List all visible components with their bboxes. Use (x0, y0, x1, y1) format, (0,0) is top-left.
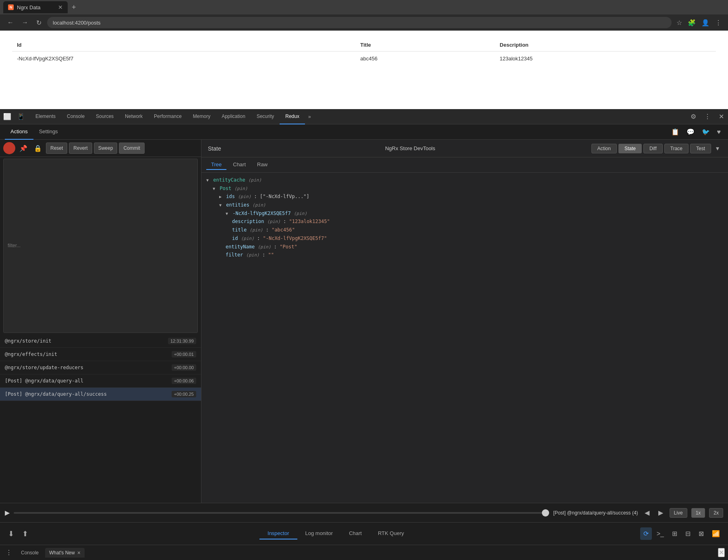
speed-1x-button[interactable]: 1x (691, 508, 705, 518)
forward-button[interactable]: → (19, 17, 31, 28)
grid-button-1[interactable]: ⊞ (669, 527, 680, 540)
id-value: "-NcXd-lfVpgK2XSQE5f7" (263, 236, 327, 241)
reset-button[interactable]: Reset (46, 143, 67, 154)
id-pin: (pin) (241, 236, 254, 241)
play-button[interactable]: ▶ (5, 509, 10, 517)
record-button[interactable] (3, 142, 15, 154)
bookmark-icon[interactable]: ☆ (675, 18, 684, 27)
tab-memory[interactable]: Memory (187, 109, 216, 124)
tab-close-button[interactable]: ✕ (58, 4, 63, 10)
browser-nav-icons: ☆ 🧩 👤 ⋮ (675, 18, 723, 27)
new-tab-button[interactable]: + (69, 3, 79, 12)
redux-twitter-button[interactable]: 🐦 (699, 126, 712, 137)
prev-action-button[interactable]: ◀ (642, 507, 652, 518)
entities-arrow[interactable]: ▼ (219, 203, 222, 207)
address-bar[interactable] (47, 17, 672, 28)
dock-tabs: Inspector Log monitor Chart RTK Query (31, 528, 640, 539)
console-dots-icon[interactable]: ⋮ (3, 549, 15, 556)
grid-button-2[interactable]: ⊟ (682, 527, 694, 540)
action-item-query-all[interactable]: [Post] @ngrx/data/query-all +00:00.06 (0, 374, 201, 388)
entity-id-arrow[interactable]: ▼ (226, 211, 228, 216)
speed-2x-button[interactable]: 2x (709, 508, 723, 518)
tab-console[interactable]: Console (61, 109, 90, 124)
export-button[interactable]: ⬇ (5, 527, 17, 541)
tab-elements[interactable]: Elements (30, 109, 61, 124)
menu-icon[interactable]: ⋮ (713, 18, 723, 27)
live-button[interactable]: Live (670, 508, 687, 518)
tree-tab-raw[interactable]: Raw (252, 160, 272, 170)
dock-left-icons: ⬇ ⬆ (5, 527, 31, 541)
tree-tab-tree[interactable]: Tree (206, 160, 226, 170)
whats-new-close-button[interactable]: × (77, 550, 81, 556)
refresh-state-button[interactable]: ⟳ (640, 527, 652, 540)
filter-pin: (pin) (246, 252, 259, 258)
tab-state-btn[interactable]: State (618, 144, 642, 153)
grid-button-3[interactable]: ⊠ (695, 527, 707, 540)
playback-label: [Post] @ngrx/data/query-all/success (4) (553, 510, 638, 516)
dock-tab-log-monitor[interactable]: Log monitor (297, 528, 341, 539)
redux-docs-button[interactable]: 📋 (669, 126, 682, 137)
extension-icon[interactable]: 🧩 (686, 18, 697, 27)
tab-redux[interactable]: Redux (280, 109, 305, 124)
refresh-button[interactable]: ↻ (34, 17, 44, 28)
browser-chrome: N Ngrx Data ✕ + ← → ↻ ☆ 🧩 👤 ⋮ (0, 0, 728, 31)
action-item-effects-init[interactable]: @ngrx/effects/init +00:00.01 (0, 348, 201, 361)
commit-button[interactable]: Commit (119, 143, 144, 154)
tab-sources[interactable]: Sources (90, 109, 119, 124)
tree-tabs: Tree Chart Raw (201, 157, 728, 173)
filter-input[interactable] (3, 159, 198, 333)
ids-arrow[interactable]: ▶ (219, 194, 222, 199)
browser-tab-ngrx[interactable]: N Ngrx Data ✕ (3, 1, 68, 13)
lock-button[interactable]: 🔒 (31, 143, 44, 154)
redux-main: 📌 🔒 Reset Revert Sweep Commit @ngrx/stor… (0, 140, 728, 503)
profile-icon[interactable]: 👤 (700, 18, 711, 27)
devtools-inspect-icon[interactable]: ⬜ (2, 112, 13, 121)
back-button[interactable]: ← (5, 17, 16, 28)
playback-slider[interactable] (14, 512, 549, 514)
console-tab-whats-new[interactable]: What's New × (45, 548, 85, 558)
post-arrow[interactable]: ▼ (213, 186, 215, 191)
redux-heart-button[interactable]: ♥ (715, 126, 724, 137)
pin-button[interactable]: 📌 (17, 143, 30, 154)
console-close-button[interactable]: ✕ (718, 548, 725, 557)
terminal-button[interactable]: >_ (653, 527, 667, 540)
dock-tab-inspector[interactable]: Inspector (259, 528, 297, 539)
tab-application[interactable]: Application (216, 109, 251, 124)
action-item-query-all-success[interactable]: [Post] @ngrx/data/query-all/success +00:… (0, 388, 201, 401)
revert-button[interactable]: Revert (69, 143, 92, 154)
tab-trace-btn[interactable]: Trace (664, 144, 689, 153)
tree-tab-chart[interactable]: Chart (228, 160, 251, 170)
tab-actions[interactable]: Actions (5, 124, 33, 140)
browser-nav: ← → ↻ ☆ 🧩 👤 ⋮ (0, 14, 728, 31)
devtools-settings-button[interactable]: ⚙ (688, 111, 699, 122)
tab-settings[interactable]: Settings (33, 124, 64, 140)
tab-performance[interactable]: Performance (148, 109, 187, 124)
title-value: "abc456" (272, 227, 295, 233)
actions-list: @ngrx/store/init 12:31:30.99 @ngrx/effec… (0, 335, 201, 503)
tab-security[interactable]: Security (251, 109, 280, 124)
action-item-store-init[interactable]: @ngrx/store/init 12:31:30.99 (0, 335, 201, 348)
devtools-more-tabs[interactable]: » (305, 114, 314, 120)
dock-tab-chart[interactable]: Chart (341, 528, 370, 539)
devtools-responsive-icon[interactable]: 📱 (15, 112, 27, 121)
sweep-button[interactable]: Sweep (94, 143, 118, 154)
next-action-button[interactable]: ▶ (656, 507, 666, 518)
devtools-actions-right: ⚙ ⋮ ✕ (688, 111, 726, 122)
action-item-update-reducers[interactable]: @ngrx/store/update-reducers +00:00.00 (0, 361, 201, 374)
signal-button[interactable]: 📶 (709, 527, 723, 540)
console-tab-console[interactable]: Console (16, 548, 44, 558)
description-value: "123alok12345" (289, 219, 330, 224)
devtools-close-button[interactable]: ✕ (716, 111, 726, 122)
devtools-more-button[interactable]: ⋮ (702, 111, 713, 122)
description-pin: (pin) (267, 219, 280, 224)
right-panel-expand-btn[interactable]: ▾ (713, 143, 722, 154)
tab-test-btn[interactable]: Test (690, 144, 711, 153)
import-button[interactable]: ⬆ (19, 527, 31, 541)
redux-chat-button[interactable]: 💬 (684, 126, 697, 137)
action-name: @ngrx/store/update-reducers (5, 365, 83, 370)
entity-cache-arrow[interactable]: ▼ (206, 178, 209, 182)
tab-diff-btn[interactable]: Diff (643, 144, 663, 153)
dock-tab-rtk-query[interactable]: RTK Query (370, 528, 412, 539)
tab-network[interactable]: Network (119, 109, 148, 124)
tab-action-btn[interactable]: Action (591, 144, 617, 153)
